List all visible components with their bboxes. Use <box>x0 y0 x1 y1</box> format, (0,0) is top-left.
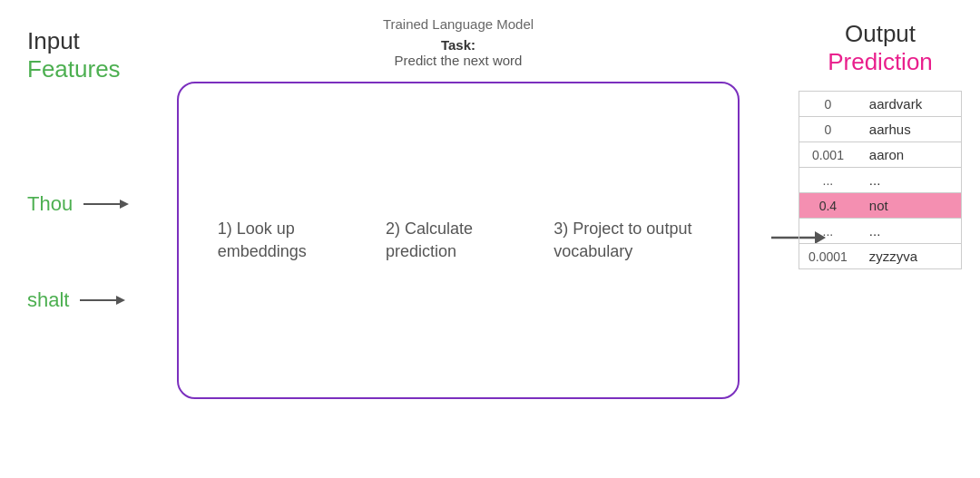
model-step-2: 2) Calculate prediction <box>386 218 531 263</box>
svg-marker-1 <box>120 200 129 209</box>
input-title: Input <box>27 27 80 55</box>
word-cell-1: aarhus <box>857 117 962 142</box>
word-cell-5: ... <box>857 219 962 244</box>
input-features: Features <box>27 55 121 83</box>
model-title: Trained Language Model <box>383 16 534 32</box>
model-box: 1) Look up embeddings 2) Calculate predi… <box>177 82 740 399</box>
input-words: Thou shalt <box>27 192 129 312</box>
task-box: Task: Predict the next word <box>395 37 523 68</box>
prob-cell-6: 0.0001 <box>799 244 857 269</box>
right-section: Output Prediction 0aardvark0aarhus0.001a… <box>780 0 980 478</box>
vocab-table: 0aardvark0aarhus0.001aaron......0.4not..… <box>799 91 962 269</box>
model-step-1: 1) Look up embeddings <box>218 218 363 263</box>
word-cell-3: ... <box>857 168 962 193</box>
vocab-row-3: ...... <box>799 168 962 193</box>
word-cell-2: aaron <box>857 142 962 168</box>
output-title: Output <box>828 20 933 48</box>
arrow-shalt <box>80 291 125 309</box>
svg-marker-3 <box>116 296 125 305</box>
prob-cell-2: 0.001 <box>799 142 857 168</box>
arrow-thou <box>83 195 129 213</box>
main-container: Input Features Thou shalt <box>0 0 980 478</box>
prob-cell-4: 0.4 <box>799 193 857 219</box>
prob-cell-0: 0 <box>799 92 857 117</box>
prob-cell-3: ... <box>799 168 857 193</box>
model-step-3: 3) Project to output vocabulary <box>554 218 699 263</box>
output-prediction: Prediction <box>828 48 933 76</box>
input-word-row-shalt: shalt <box>27 288 129 312</box>
input-word-row-thou: Thou <box>27 192 129 216</box>
word-cell-6: zyzzyva <box>857 244 962 269</box>
vocab-row-6: 0.0001zyzzyva <box>799 244 962 269</box>
middle-section: Trained Language Model Task: Predict the… <box>141 0 776 478</box>
task-label: Task: <box>395 37 523 53</box>
output-title-group: Output Prediction <box>828 20 933 76</box>
vocab-row-1: 0aarhus <box>799 117 962 142</box>
prob-cell-5: ... <box>799 219 857 244</box>
left-section: Input Features Thou shalt <box>0 0 145 478</box>
vocab-row-5: ...... <box>799 219 962 244</box>
vocab-row-0: 0aardvark <box>799 92 962 117</box>
vocab-row-2: 0.001aaron <box>799 142 962 168</box>
word-cell-0: aardvark <box>857 92 962 117</box>
word-cell-4: not <box>857 193 962 219</box>
word-thou: Thou <box>27 192 73 216</box>
task-desc: Predict the next word <box>395 53 523 68</box>
prob-cell-1: 0 <box>799 117 857 142</box>
vocab-row-4: 0.4not <box>799 193 962 219</box>
word-shalt: shalt <box>27 288 69 312</box>
